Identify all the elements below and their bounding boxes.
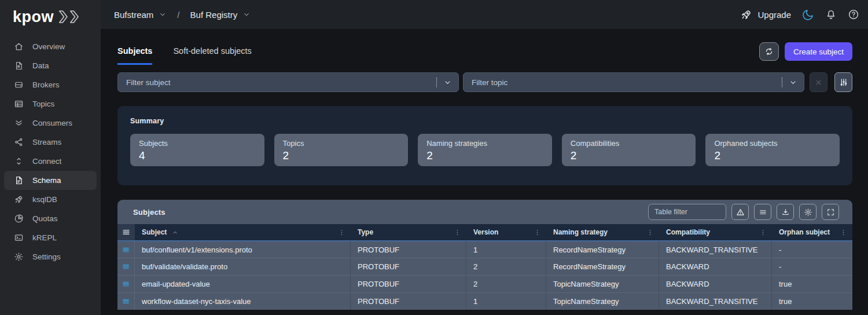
cell-type: PROTOBUF [351, 240, 466, 258]
breadcrumb-environment[interactable]: Bufstream [114, 10, 167, 20]
table-header-bar: Subjects [117, 200, 852, 224]
subjects-table-card: Subjects Subject Type [117, 200, 852, 310]
refresh-icon [764, 47, 774, 56]
expand-button[interactable] [822, 204, 839, 220]
column-header-type[interactable]: Type [351, 224, 466, 240]
filter-topic-input[interactable] [464, 78, 782, 87]
rocket-icon [740, 9, 752, 21]
sidebar-item-consumers[interactable]: Consumers [4, 113, 97, 133]
list-button[interactable] [754, 204, 771, 220]
warning-button[interactable] [731, 204, 749, 220]
column-header-naming-strategy[interactable]: Naming strategy [546, 224, 659, 240]
drive-icon [14, 80, 24, 90]
chevron-down-icon [159, 10, 167, 19]
chevron-down-icon [242, 10, 251, 19]
tab-soft-deleted-subjects[interactable]: Soft-deleted subjects [173, 46, 251, 65]
cell-compatibility: BACKWARD [659, 275, 772, 292]
cell-subject[interactable]: buf/validate/validate.proto [135, 258, 351, 275]
cell-type: PROTOBUF [351, 275, 466, 292]
summary-stats: Subjects4Topics2Naming strategies2Compat… [130, 134, 840, 166]
column-menu-icon[interactable] [338, 229, 345, 236]
cell-orphan: - [772, 240, 852, 258]
sidebar-item-streams[interactable]: Streams [4, 133, 97, 152]
cell-subject[interactable]: email-updated-value [135, 275, 351, 292]
column-menu-icon[interactable] [534, 229, 541, 236]
sidebar-item-quotas[interactable]: Quotas [4, 209, 97, 228]
column-header-version[interactable]: Version [466, 224, 546, 240]
table-menu-column-header[interactable] [117, 224, 135, 240]
sidebar-item-topics[interactable]: Topics [4, 94, 97, 113]
main-column: Bufstream / Buf Registry Upgrade Subject… [101, 0, 868, 315]
logo-text: kpow [13, 9, 54, 25]
column-menu-icon[interactable] [759, 229, 767, 236]
clear-filters-button[interactable] [810, 72, 827, 92]
close-icon [814, 78, 823, 87]
refresh-button[interactable] [759, 42, 779, 61]
column-header-subject[interactable]: Subject [135, 224, 351, 240]
help-icon[interactable] [848, 9, 859, 20]
cell-version: 2 [466, 275, 546, 292]
tab-subjects[interactable]: Subjects [117, 46, 152, 65]
menu-icon [122, 246, 130, 254]
chevron-down-icon [443, 78, 452, 87]
bell-icon[interactable] [825, 9, 837, 20]
filter-row [117, 72, 852, 92]
tabs: SubjectsSoft-deleted subjects [117, 46, 252, 65]
sidebar-item-settings[interactable]: Settings [4, 247, 97, 266]
moon-icon[interactable] [802, 9, 814, 21]
filter-options-button[interactable] [834, 72, 852, 92]
filter-subject-dropdown[interactable] [437, 78, 458, 87]
sidebar-item-overview[interactable]: Overview [4, 37, 97, 56]
sidebar-item-label: Connect [32, 157, 61, 166]
menu-icon [122, 228, 131, 237]
cell-subject[interactable]: workflow-dataset-nyc-taxis-value [135, 292, 351, 310]
sidebar-item-krepl[interactable]: kREPL [4, 228, 97, 247]
stat-label: Naming strategies [426, 139, 543, 148]
tabs-row: SubjectsSoft-deleted subjects Create sub… [117, 29, 852, 65]
column-menu-icon[interactable] [646, 229, 654, 236]
sidebar-item-ksqldb[interactable]: ksqlDB [4, 190, 97, 209]
stat-topics: Topics2 [274, 134, 409, 166]
breadcrumb-section-label: Buf Registry [190, 10, 238, 20]
column-menu-icon[interactable] [840, 229, 847, 236]
expand-icon [826, 208, 835, 217]
sidebar-item-label: Brokers [32, 80, 60, 89]
topbar-right: Upgrade [740, 9, 859, 21]
menu-icon [122, 262, 130, 271]
row-menu-handle[interactable] [117, 240, 135, 258]
sidebar-item-schema[interactable]: Schema [4, 171, 97, 190]
summary-card: Summary Subjects4Topics2Naming strategie… [117, 106, 852, 185]
pie-icon [14, 214, 24, 224]
upgrade-link[interactable]: Upgrade [740, 9, 791, 21]
row-menu-handle[interactable] [117, 292, 135, 310]
create-subject-button[interactable]: Create subject [785, 42, 852, 61]
filter-subject-input[interactable] [118, 78, 436, 87]
gear-button[interactable] [799, 204, 816, 220]
sidebar-item-connect[interactable]: Connect [4, 152, 97, 171]
kpow-logo[interactable]: kpow [0, 0, 101, 34]
cell-naming-strategy: RecordNameStrategy [546, 240, 659, 258]
sidebar-item-brokers[interactable]: Brokers [4, 75, 97, 94]
cell-subject[interactable]: buf/confluent/v1/extensions.proto [135, 240, 351, 258]
terminal-icon [14, 233, 24, 243]
sidebar-item-data[interactable]: Data [4, 56, 97, 75]
breadcrumb-environment-label: Bufstream [114, 10, 153, 20]
sliders-icon [839, 78, 848, 87]
filter-topic-dropdown[interactable] [782, 78, 804, 87]
column-header-orphan-subject[interactable]: Orphan subject [772, 224, 852, 240]
download-button[interactable] [777, 204, 794, 220]
row-menu-handle[interactable] [117, 275, 135, 292]
chevron-down-icon [789, 78, 797, 87]
table-filter-input[interactable] [648, 204, 726, 220]
breadcrumb-section[interactable]: Buf Registry [190, 10, 251, 20]
sidebar-item-label: Settings [32, 252, 61, 261]
list-icon [759, 208, 767, 217]
stat-label: Subjects [139, 139, 256, 148]
column-menu-icon[interactable] [454, 229, 461, 236]
row-menu-handle[interactable] [117, 258, 135, 275]
menu-icon [122, 280, 130, 288]
table-icon [14, 99, 24, 109]
column-header-compatibility[interactable]: Compatibility [659, 224, 772, 240]
stat-naming-strategies: Naming strategies2 [418, 134, 552, 166]
sidebar-item-label: ksqlDB [32, 195, 57, 204]
